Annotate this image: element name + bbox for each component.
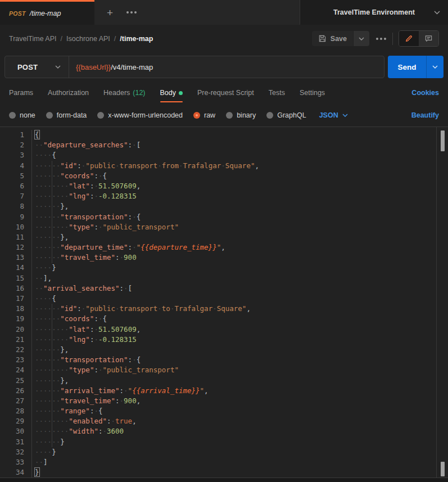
whitespace-dot: · — [35, 355, 39, 364]
whitespace-dot: · — [35, 458, 39, 466]
code-token: 900 — [124, 397, 137, 405]
code-line[interactable]: 25······}, — [0, 376, 437, 386]
code-line[interactable]: 17····{ — [0, 294, 437, 304]
code-token: 3600 — [107, 427, 124, 435]
code-token: } — [52, 263, 56, 272]
tab-authorization[interactable]: Authorization — [48, 82, 89, 104]
tab-headers[interactable]: Headers(12) — [103, 82, 145, 104]
code-line[interactable]: 10········"type":·"public_transport" — [0, 222, 437, 232]
whitespace-dot: · — [39, 182, 44, 190]
code-token: : — [94, 172, 98, 180]
whitespace-dot: · — [52, 202, 56, 210]
url-path: /v4/time-map — [111, 63, 153, 71]
code-token: transport — [120, 161, 158, 170]
code-line[interactable]: 24········"type":·"public_transport" — [0, 365, 437, 375]
scrollbar-thumb-top[interactable] — [441, 130, 445, 151]
comment-button[interactable] — [419, 31, 438, 46]
body-mode-form-data[interactable]: form-data — [46, 111, 87, 119]
whitespace-dot: · — [48, 233, 52, 241]
beautify-link[interactable]: Beautify — [411, 111, 439, 119]
tab-tests[interactable]: Tests — [269, 82, 285, 104]
code-line[interactable]: 19······"coords":·{ — [0, 314, 437, 324]
code-line[interactable]: 6········"lat":·51.507609, — [0, 181, 437, 191]
code-content: ······"coords":·{ — [32, 314, 107, 324]
code-line[interactable]: 34} — [0, 467, 437, 478]
code-token: }, — [60, 233, 69, 241]
line-number: 27 — [0, 396, 32, 406]
code-line[interactable]: 30········"width":·3600 — [0, 426, 437, 436]
whitespace-dot: · — [43, 294, 48, 303]
code-line[interactable]: 18······"id":·"public·transport·to·Trafa… — [0, 304, 437, 314]
code-token: } — [52, 448, 56, 456]
breadcrumb-item[interactable]: /time-map — [120, 35, 153, 43]
whitespace-dot: · — [52, 223, 56, 231]
radio-icon — [226, 112, 233, 119]
whitespace-dot: · — [43, 223, 48, 231]
code-token: { — [52, 294, 56, 303]
breadcrumb-item[interactable]: Isochrone API — [66, 35, 110, 43]
line-number: 26 — [0, 386, 32, 396]
send-button[interactable]: Send — [388, 56, 426, 78]
code-line[interactable]: 20········"lat":·51.507609, — [0, 325, 437, 335]
new-tab-button[interactable]: + — [107, 7, 113, 18]
code-line[interactable]: 31······} — [0, 437, 437, 447]
code-line[interactable]: 3····{ — [0, 150, 437, 160]
save-options-button[interactable] — [354, 31, 369, 46]
code-line[interactable]: 15··], — [0, 273, 437, 283]
line-number: 20 — [0, 325, 32, 335]
code-line[interactable]: 12······"departure_time":·"{{departure_t… — [0, 242, 437, 253]
code-line[interactable]: 26······"arrival_time":·"{{arrival_time}… — [0, 386, 437, 396]
url-input[interactable]: {{baseUrl}}/v4/time-map — [69, 63, 153, 71]
body-mode-none[interactable]: none — [9, 111, 35, 119]
code-token: " — [200, 386, 205, 395]
language-selector[interactable]: JSON — [319, 111, 348, 119]
code-line[interactable]: 32····} — [0, 447, 437, 457]
environment-selector[interactable]: TravelTime Environment — [300, 0, 448, 25]
code-line[interactable]: 14····} — [0, 263, 437, 273]
code-line[interactable]: 23······"transportation":·{ — [0, 355, 437, 365]
body-mode-GraphQL[interactable]: GraphQL — [266, 111, 306, 119]
code-line[interactable]: 13······"travel_time":·900 — [0, 253, 437, 263]
code-line[interactable]: 22······}, — [0, 345, 437, 355]
method-selector[interactable]: POST — [5, 56, 69, 78]
edit-mode-button[interactable] — [399, 31, 419, 46]
code-line[interactable]: 27······"travel_time":·900, — [0, 396, 437, 406]
body-mode-raw[interactable]: raw — [193, 111, 215, 119]
body-mode-x-www-form-urlencoded[interactable]: x-www-form-urlencoded — [97, 111, 183, 119]
code-line[interactable]: 1{ — [0, 130, 437, 140]
code-line[interactable]: 28······"range":·{ — [0, 406, 437, 416]
more-actions-button[interactable] — [375, 38, 387, 40]
cookies-link[interactable]: Cookies — [411, 89, 439, 97]
code-line[interactable]: 9······"transportation":·{ — [0, 212, 437, 222]
code-content: } — [32, 467, 39, 478]
whitespace-dot: · — [35, 151, 39, 159]
code-line[interactable]: 2··"departure_searches":·[ — [0, 140, 437, 150]
tab-settings[interactable]: Settings — [300, 82, 325, 104]
tab-body[interactable]: Body — [160, 82, 183, 104]
code-token: "public_transport" — [102, 366, 178, 374]
send-options-button[interactable] — [426, 56, 444, 78]
tab-pre-request-script[interactable]: Pre-request Script — [197, 82, 254, 104]
whitespace-dot: · — [48, 366, 52, 374]
body-code-editor[interactable]: 1{2··"departure_searches":·[3····{4·····… — [0, 127, 448, 478]
code-line[interactable]: 5······"coords":·{ — [0, 171, 437, 181]
code-line[interactable]: 4······"id":·"public·transport·from·Traf… — [0, 161, 437, 171]
code-line[interactable]: 7········"lng":·-0.128315 — [0, 191, 437, 201]
code-token: transport — [120, 304, 158, 313]
code-line[interactable]: 29········"enabled":·true, — [0, 416, 437, 426]
whitespace-dot: · — [157, 304, 162, 313]
request-tab[interactable]: POST /time-map — [0, 0, 94, 25]
line-number: 24 — [0, 365, 32, 375]
code-line[interactable]: 21········"lng":·-0.128315 — [0, 335, 437, 345]
body-mode-binary[interactable]: binary — [226, 111, 256, 119]
code-line[interactable]: 16··"arrival_searches":·[ — [0, 283, 437, 294]
breadcrumb-item[interactable]: TravelTime API — [9, 35, 57, 43]
code-line[interactable]: 11······}, — [0, 232, 437, 242]
tab-options-button[interactable] — [125, 11, 137, 13]
save-button[interactable]: Save — [312, 31, 353, 46]
scrollbar-thumb-bottom[interactable] — [441, 462, 445, 476]
code-line[interactable]: 8······}, — [0, 201, 437, 211]
line-number: 17 — [0, 294, 32, 304]
code-line[interactable]: 33··] — [0, 457, 437, 467]
tab-params[interactable]: Params — [9, 82, 33, 104]
